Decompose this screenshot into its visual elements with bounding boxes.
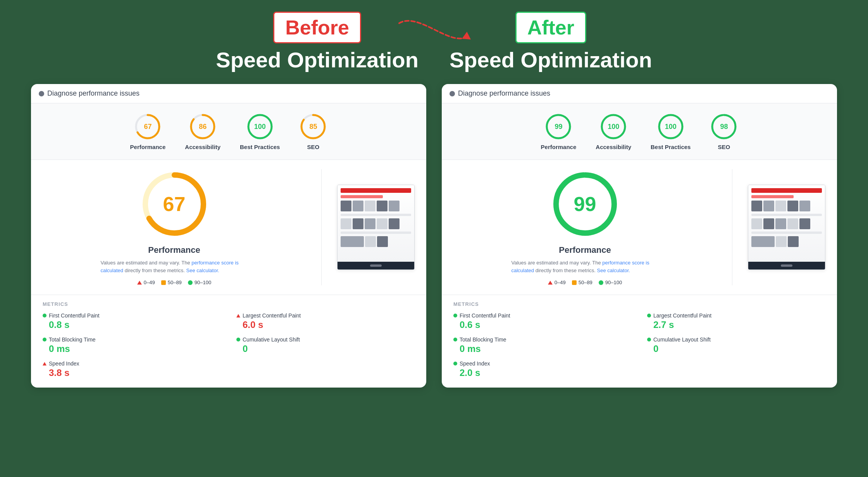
before-big-perf-label: Performance [46,245,302,255]
after-scores-row: 99 Performance 100 Accessibility [453,113,825,150]
red-triangle-icon [137,281,142,285]
after-legend-green: 90–100 [599,280,622,285]
before-metric-lcp: Largest Contentful Paint 6.0 s [236,312,415,330]
after-fcp-label: First Contentful Paint [460,312,510,319]
after-scores-section: 99 Performance 100 Accessibility [442,103,837,160]
red-triangle-icon [236,314,240,317]
after-lcp-value: 2.7 s [647,319,825,330]
before-si-value: 3.8 s [43,367,221,378]
after-screenshot-content [748,185,825,262]
after-calc-link[interactable]: See calculator. [597,268,630,273]
after-badge: After [515,12,586,43]
after-seo-circle: 98 [710,113,738,141]
before-big-score-area: 67 Performance Values are estimated and … [39,169,310,285]
before-score-best-practices: 100 Best Practices [240,113,280,150]
dashed-arrow-icon [395,15,473,46]
ss-row-2 [751,218,822,229]
after-subtitle: Speed Optimization [450,47,652,72]
before-screenshot-footer [338,262,414,269]
after-bp-label: Best Practices [651,144,691,150]
before-screenshot-area [333,169,418,285]
before-disclaimer: Values are estimated and may vary. The p… [101,259,248,274]
before-metric-fcp: First Contentful Paint 0.8 s [43,312,221,330]
before-metrics-grid: First Contentful Paint 0.8 s Largest Con… [43,312,415,378]
after-metrics-grid: First Contentful Paint 0.6 s Largest Con… [453,312,825,378]
before-calc-link[interactable]: See calculator. [186,268,219,273]
ss-bar [341,195,383,198]
after-seo-label: SEO [718,144,730,150]
after-big-score-number: 99 [574,192,596,216]
main-content: Diagnose performance issues 67 Performan… [16,84,852,388]
green-dot-icon [236,338,240,341]
green-dot-icon [453,362,457,365]
after-score-best-practices: 100 Best Practices [651,113,691,150]
after-cls-value: 0 [647,343,825,354]
red-triangle-icon [43,362,46,365]
before-legend-orange: 50–89 [161,280,182,285]
after-bp-circle: 100 [657,113,685,141]
after-metrics-section: METRICS First Contentful Paint 0.6 s Lar… [442,295,837,388]
after-disclaimer: Values are estimated and may vary. The p… [512,259,659,274]
after-panel-title: Diagnose performance issues [458,89,550,98]
before-cls-value: 0 [236,343,415,354]
before-main-section: 67 Performance Values are estimated and … [31,160,426,295]
after-cls-label: Cumulative Layout Shift [653,336,711,343]
after-big-score-area: 99 Performance Values are estimated and … [450,169,720,285]
after-perf-score: 99 [555,123,562,131]
after-metric-cls: Cumulative Layout Shift 0 [647,336,825,354]
ss-row-2 [341,218,411,229]
ss-bar-3 [341,232,411,234]
after-si-value: 2.0 s [453,367,632,378]
before-acc-label: Accessibility [185,144,220,150]
after-acc-score: 100 [608,123,619,131]
before-score-accessibility: 86 Accessibility [185,113,220,150]
before-legend-red: 0–49 [137,280,155,285]
before-tbt-label: Total Blocking Time [49,336,96,343]
header: Before Speed Optimization After Speed Op… [16,12,852,72]
before-legend: 0–49 50–89 90–100 [137,280,211,285]
green-dot-icon [43,314,46,317]
ss-top-bar [751,188,822,193]
green-dot-icon [453,314,457,317]
red-triangle-icon [548,281,553,285]
before-scores-row: 67 Performance 86 Accessibility [43,113,415,150]
before-score-performance: 67 Performance [130,113,166,150]
after-screenshot [748,185,825,270]
after-score-seo: 98 SEO [710,113,738,150]
before-score-seo: 85 SEO [299,113,327,150]
before-lcp-label: Largest Contentful Paint [243,312,301,319]
before-fcp-value: 0.8 s [43,319,221,330]
ss-row-3 [751,236,822,247]
before-lcp-value: 6.0 s [236,319,415,330]
after-panel-header: Diagnose performance issues [442,84,837,103]
ss-bar [751,195,794,198]
before-panel-title: Diagnose performance issues [47,89,140,98]
before-si-label: Speed Index [49,360,79,367]
after-main-section: 99 Performance Values are estimated and … [442,160,837,295]
before-bp-label: Best Practices [240,144,280,150]
before-panel-header: Diagnose performance issues [31,84,426,103]
before-legend-green: 90–100 [188,280,211,285]
before-metric-tbt: Total Blocking Time 0 ms [43,336,221,354]
after-lcp-label: Largest Contentful Paint [653,312,711,319]
before-bp-score: 100 [254,123,266,131]
after-metric-lcp: Largest Contentful Paint 2.7 s [647,312,825,330]
ss-bar-2 [751,214,822,216]
after-score-performance: 99 Performance [541,113,577,150]
before-acc-score: 86 [199,123,207,131]
svg-marker-0 [462,32,471,39]
after-big-perf-label: Performance [457,245,713,255]
after-metric-si: Speed Index 2.0 s [453,360,632,378]
before-perf-circle: 67 [134,113,162,141]
after-metric-fcp: First Contentful Paint 0.6 s [453,312,632,330]
after-header: After Speed Optimization [450,12,652,72]
before-panel: Diagnose performance issues 67 Performan… [31,84,426,388]
after-metric-tbt: Total Blocking Time 0 ms [453,336,632,354]
before-scores-section: 67 Performance 86 Accessibility [31,103,426,160]
after-acc-circle: 100 [599,113,627,141]
after-perf-label: Performance [541,144,577,150]
orange-square-icon [161,280,166,285]
before-big-circle: 67 [140,169,209,239]
ss-row-1 [341,201,411,211]
ss-row-1 [751,201,822,211]
